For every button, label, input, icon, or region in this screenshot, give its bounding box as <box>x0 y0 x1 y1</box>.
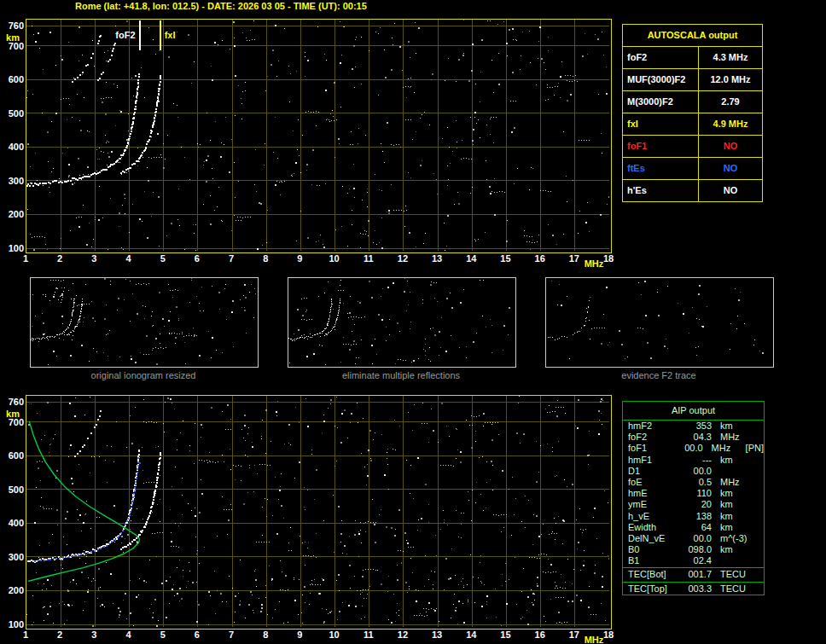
x-tick-9: 9 <box>289 629 310 640</box>
aip-separator <box>623 582 764 583</box>
aip-row-h-ve: h_vE138km <box>623 511 764 522</box>
aip-param-unit: km <box>720 544 749 555</box>
autoscala-row-fof1: foF1NO <box>623 136 762 158</box>
aip-param-unit: km <box>720 499 749 510</box>
aip-row-hmf2: hmF2353km <box>623 421 764 432</box>
aip-row-tec-top: TEC[Top]003.3TECU <box>623 583 764 595</box>
aip-param-value: 138 <box>681 511 712 522</box>
aip-param-value: 04.3 <box>681 432 712 443</box>
thumbnail-caption-1: original ionogram resized <box>30 370 257 380</box>
autoscala-param-label: ftEs <box>623 158 699 179</box>
x-tick-5: 5 <box>153 253 173 264</box>
aip-param-unit: MHz <box>720 432 749 443</box>
x-tick-14: 14 <box>461 629 481 640</box>
aip-param-label: hmE <box>623 488 681 499</box>
autoscala-param-value: NO <box>699 158 762 179</box>
aip-param-label: DelN_vE <box>623 533 681 544</box>
x-tick-1: 1 <box>15 629 36 640</box>
aip-param-label: D1 <box>623 466 681 477</box>
y-tick-760: 760 <box>2 397 24 407</box>
aip-param-value: 00.0 <box>675 443 702 454</box>
y-tick-100: 100 <box>2 243 24 253</box>
aip-param-label: foE <box>623 477 681 488</box>
y-tick-200: 200 <box>2 585 24 595</box>
thumbnail-evidence-f2-trace <box>545 277 774 368</box>
y-tick-500: 500 <box>2 108 24 119</box>
x-tick-15: 15 <box>495 253 515 264</box>
aip-param-label: TEC[Top] <box>623 583 681 595</box>
autoscala-param-label: h'Es <box>623 180 699 201</box>
autoscala-table-header: AUTOSCALA output <box>623 25 762 47</box>
thumbnail-svg-1 <box>31 278 256 365</box>
autoscala-param-label: fxI <box>623 113 699 135</box>
y-tick-200: 200 <box>2 209 24 219</box>
aip-param-value: 098.0 <box>681 544 712 555</box>
aip-param-unit: TECU <box>720 583 749 595</box>
aip-row-yme: ymE20km <box>623 499 764 510</box>
x-tick-13: 13 <box>427 629 447 640</box>
aip-output-table: AIP output hmF2353kmfoF204.3MHzfoF100.0M… <box>622 401 765 595</box>
aip-param-label: foF1 <box>623 443 675 454</box>
aip-param-unit: km <box>720 421 749 432</box>
aip-row-fof1: foF100.0MHz[PN] <box>623 443 764 454</box>
x-tick-8: 8 <box>255 629 276 640</box>
aip-param-note: [PN] <box>746 443 764 454</box>
aip-row-d1: D100.0 <box>623 466 764 477</box>
autoscala-row-h-es: h'EsNO <box>623 180 762 201</box>
autoscala-output-table: AUTOSCALA output foF24.3 MHzMUF(3000)F21… <box>622 24 763 202</box>
autoscala-row-fxi: fxI4.9 MHz <box>623 113 762 136</box>
aip-param-unit: km <box>720 511 749 522</box>
aip-param-value: 64 <box>681 522 712 533</box>
ionogram-plot: foF2fxI <box>26 19 612 253</box>
aip-param-label: B1 <box>623 555 681 566</box>
foF2-marker-label: foF2 <box>115 30 135 40</box>
x-tick-10: 10 <box>324 629 345 640</box>
aip-param-unit: km <box>720 488 749 499</box>
aip-param-value: 001.7 <box>681 569 712 580</box>
aip-param-label: ymE <box>623 499 681 510</box>
autoscala-row-m-3000-f2: M(3000)F22.79 <box>623 91 762 113</box>
aip-param-label: h_vE <box>623 511 681 522</box>
aip-param-unit: TECU <box>720 569 749 580</box>
autoscala-param-label: foF2 <box>623 47 699 68</box>
thumbnail-original-ionogram <box>30 277 259 368</box>
aip-row-fof2: foF204.3MHz <box>623 432 764 443</box>
x-tick-4: 4 <box>119 253 139 264</box>
x-tick-9: 9 <box>289 253 310 264</box>
autoscala-row-fof2: foF24.3 MHz <box>623 47 762 69</box>
aip-row-hme: hmE110km <box>623 488 764 499</box>
thumbnail-caption-2: eliminate multiple reflections <box>288 370 515 380</box>
aip-param-label: hmF2 <box>623 421 681 432</box>
ionogram-top-svg: foF2fxI <box>26 20 609 251</box>
autoscala-param-value: 4.3 MHz <box>699 47 762 68</box>
x-tick-10: 10 <box>324 253 345 264</box>
aip-param-value: 353 <box>681 421 712 432</box>
autoscala-param-label: MUF(3000)F2 <box>623 69 699 90</box>
x-tick-13: 13 <box>427 253 447 264</box>
thumbnail-svg-2 <box>288 278 514 365</box>
aip-row-ewidth: Ewidth64km <box>623 522 764 533</box>
x-tick-16: 16 <box>530 629 550 640</box>
aip-rows: hmF2353kmfoF204.3MHzfoF100.0MHz[PN]hmF1-… <box>623 421 764 595</box>
aip-separator <box>623 567 764 568</box>
x-tick-14: 14 <box>461 253 481 264</box>
y-tick-500: 500 <box>2 484 24 495</box>
autoscala-param-value: 2.79 <box>699 91 762 113</box>
x-tick-12: 12 <box>393 253 413 264</box>
aip-param-unit: m^(-3) <box>720 533 749 544</box>
autoscala-row-muf-3000-f2: MUF(3000)F212.0 MHz <box>623 69 762 91</box>
aip-param-label: TEC[Bot] <box>623 569 681 580</box>
aip-row-tec-bot: TEC[Bot]001.7TECU <box>623 569 764 580</box>
y-axis-unit-label: km <box>2 409 24 419</box>
aip-param-unit: km <box>720 522 749 533</box>
x-tick-3: 3 <box>84 629 104 640</box>
x-tick-11: 11 <box>358 629 379 640</box>
aip-param-value: 0.5 <box>681 477 712 488</box>
y-tick-300: 300 <box>2 176 24 186</box>
x-axis-unit-label: MHz <box>581 635 607 644</box>
y-tick-600: 600 <box>2 74 24 84</box>
x-tick-1: 1 <box>15 253 36 264</box>
aip-param-unit: MHz <box>712 443 741 454</box>
x-tick-3: 3 <box>84 253 104 264</box>
y-tick-400: 400 <box>2 518 24 528</box>
